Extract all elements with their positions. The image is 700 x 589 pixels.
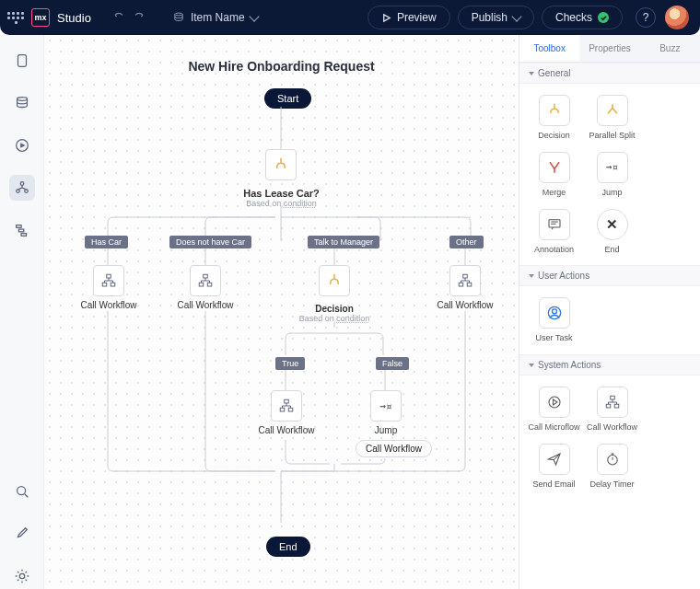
call-workflow-node-1[interactable]: Call Workflow [76,265,141,310]
left-sidebar [0,35,44,589]
tool-send-email[interactable]: Send Email [525,438,583,495]
nav-navigation-icon[interactable] [9,217,35,243]
svg-rect-36 [288,408,293,411]
svg-rect-29 [463,274,468,278]
right-panel: Toolbox Properties Buzz General Decision… [519,35,700,589]
tool-delay-timer[interactable]: Delay Timer [583,438,641,495]
node-label: Jump [375,425,397,435]
publish-button[interactable]: Publish [458,6,534,29]
chevron-down-icon [511,11,521,21]
svg-marker-41 [553,399,557,405]
branch-tag-no-car[interactable]: Does not have Car [169,236,251,248]
settings-icon[interactable] [9,563,35,589]
tool-call-workflow[interactable]: Call Workflow [583,381,641,438]
branch-tag-true[interactable]: True [275,357,305,370]
tool-jump[interactable]: →¤Jump [583,146,641,203]
svg-rect-43 [606,404,611,408]
decision-node-1[interactable] [264,149,298,180]
svg-point-7 [16,190,19,193]
apps-launcher-icon[interactable] [7,9,24,26]
section-general[interactable]: General [519,63,700,84]
search-icon[interactable] [9,479,35,504]
tab-buzz[interactable]: Buzz [640,35,700,62]
svg-point-16 [284,167,286,169]
svg-point-0 [175,13,182,16]
start-node[interactable]: Start [264,88,311,109]
svg-point-12 [17,487,25,495]
svg-rect-35 [280,408,285,411]
end-node[interactable]: End [266,537,310,557]
decision-node-2[interactable] [318,265,351,296]
document-name: Item Name [191,11,245,24]
call-workflow-node-2[interactable]: Call Workflow [173,265,238,310]
branch-tag-has-car[interactable]: Has Car [85,236,128,248]
svg-point-13 [19,573,24,578]
publish-label: Publish [472,11,508,24]
tool-end[interactable]: ✕End [583,203,641,260]
undo-button[interactable] [111,9,126,26]
svg-rect-24 [204,274,208,278]
decision-2-label: Decision [284,304,385,314]
chevron-down-icon [529,274,534,278]
call-workflow-node-3[interactable]: Call Workflow [433,265,497,310]
svg-rect-25 [199,283,204,286]
help-button[interactable]: ? [636,7,656,28]
user-avatar[interactable] [665,6,689,29]
document-selector[interactable]: Item Name [163,7,267,28]
nav-microflow-icon[interactable] [9,133,35,158]
checks-button[interactable]: Checks [542,6,623,29]
nav-pages-icon[interactable] [9,48,35,74]
svg-marker-5 [20,143,25,147]
tool-call-microflow[interactable]: Call Microflow [525,381,583,438]
tool-annotation[interactable]: Annotation [525,203,583,260]
svg-rect-44 [614,404,619,408]
chevron-down-icon [529,72,534,75]
workflow-canvas[interactable]: New Hire Onboarding Request Start Has Le… [44,35,519,589]
tool-decision[interactable]: Decision [525,89,583,146]
svg-rect-23 [111,283,115,286]
node-label: Call Workflow [259,425,315,435]
preview-button[interactable]: Preview [368,6,450,29]
svg-rect-26 [207,283,212,286]
jump-target-pill[interactable]: Call Workflow [356,440,432,457]
node-label: Call Workflow [81,300,137,310]
call-workflow-node-4[interactable]: Call Workflow [254,390,319,435]
branch-tag-other[interactable]: Other [449,236,484,248]
tab-toolbox[interactable]: Toolbox [519,35,579,62]
node-label: Call Workflow [178,300,234,310]
svg-rect-31 [467,283,472,286]
theme-icon[interactable] [9,521,35,547]
svg-rect-2 [18,55,26,67]
chevron-down-icon [249,11,259,21]
tab-properties[interactable]: Properties [579,35,639,62]
svg-point-15 [276,167,278,169]
decision-1-sub: Based on condition [44,199,519,208]
svg-rect-22 [102,283,107,286]
section-user-actions[interactable]: User Actions [519,265,700,286]
svg-rect-21 [107,274,111,278]
redo-button[interactable] [132,9,146,26]
svg-marker-1 [384,14,390,20]
app-title: Studio [57,11,91,25]
nav-domain-icon[interactable] [9,90,35,116]
tool-user-task[interactable]: User Task [525,292,583,349]
chevron-down-icon [529,364,534,367]
section-system-actions[interactable]: System Actions [519,354,700,375]
checks-label: Checks [555,11,592,24]
svg-rect-10 [18,229,23,232]
branch-tag-false[interactable]: False [376,357,409,370]
svg-point-8 [24,190,28,193]
nav-workflow-icon[interactable] [9,175,35,201]
branch-tag-talk-manager[interactable]: Talk to Manager [308,236,379,248]
node-label: Call Workflow [438,300,494,310]
workflow-title: New Hire Onboarding Request [44,59,519,74]
svg-point-28 [337,283,339,285]
checks-ok-icon [598,12,609,23]
decision-1-label: Has Lease Car? [44,188,519,199]
tool-parallel-split[interactable]: Parallel Split [583,89,641,146]
jump-node[interactable]: →¤ Jump [354,390,418,435]
tool-merge[interactable]: Merge [525,146,583,203]
svg-rect-9 [16,225,20,228]
decision-2-sub: Based on condition [284,314,385,323]
svg-point-3 [17,98,27,101]
